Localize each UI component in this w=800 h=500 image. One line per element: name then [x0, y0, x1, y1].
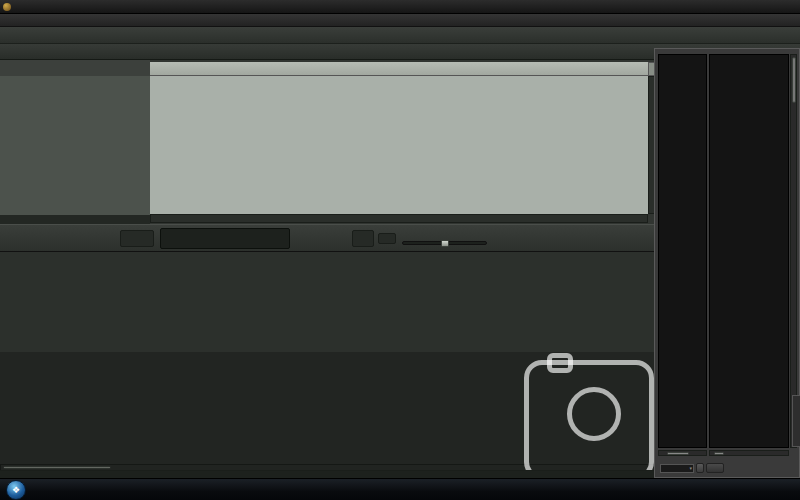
arrange-horizontal-scrollbar[interactable]	[150, 214, 648, 223]
fx-list-hscrollbar[interactable]	[709, 450, 789, 456]
time-signature[interactable]	[378, 233, 396, 244]
title-bar	[0, 0, 800, 14]
rate-slider-handle[interactable]	[441, 240, 449, 247]
windows-taskbar: ❖	[0, 478, 800, 500]
fx-tree-hscrollbar[interactable]	[658, 450, 707, 456]
reaper-window: ▾ ❖	[0, 0, 800, 500]
fx-browser-side-tab[interactable]	[792, 395, 800, 447]
time-display[interactable]	[160, 228, 290, 249]
main-toolbar-row1	[0, 27, 800, 44]
timeline-ruler[interactable]	[150, 62, 648, 76]
tcp-bottom-gap	[0, 215, 150, 224]
app-icon	[3, 3, 11, 11]
fx-browser-plugin-list[interactable]	[709, 54, 789, 448]
fx-list-vscrollbar[interactable]	[790, 54, 797, 448]
mixer-scrollbar[interactable]	[0, 464, 660, 471]
arrange-view[interactable]	[150, 76, 648, 214]
ok-button[interactable]	[706, 463, 724, 473]
track-control-panel	[0, 76, 150, 215]
menu-bar	[0, 14, 800, 27]
dropdown-arrow-icon: ▾	[689, 465, 692, 471]
bpm-box[interactable]	[352, 230, 374, 247]
filter-input[interactable]: ▾	[660, 464, 694, 473]
automation-override[interactable]	[120, 230, 154, 247]
start-button[interactable]: ❖	[6, 480, 26, 500]
fx-browser-folder-tree[interactable]	[658, 54, 707, 448]
tcp-tool-palette	[0, 60, 150, 76]
clear-filter-button[interactable]	[696, 463, 704, 473]
rate-slider[interactable]	[402, 241, 487, 245]
fx-filter-row: ▾	[655, 459, 800, 477]
fx-browser-window: ▾	[654, 48, 800, 478]
